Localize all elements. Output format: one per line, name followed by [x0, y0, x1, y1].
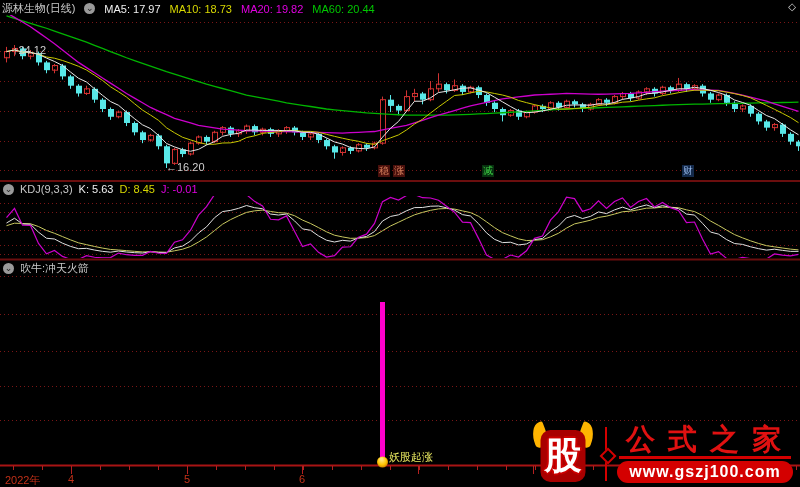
watermark-wen: 稳 [378, 165, 390, 177]
logo-url[interactable]: www.gszj100.com [617, 461, 792, 483]
kdj-title: KDJ(9,3,3) [20, 183, 73, 195]
stock-name: 源林生物(日线) [2, 1, 75, 16]
ma10-label: MA10: 18.73 [170, 3, 232, 15]
bull-logo-icon: 股 [530, 425, 596, 483]
watermark-jian: 减 [482, 165, 494, 177]
kdj-d-value: D: 8.45 [119, 183, 154, 195]
site-logo: 股 公式之家 www.gszj100.com [530, 424, 794, 483]
watermark-zhang: 涨 [393, 165, 405, 177]
signal-label: 妖股起涨 [389, 450, 433, 465]
window-diamond-icon[interactable]: ◇ [788, 1, 796, 12]
diamond-icon [600, 447, 617, 464]
stock-app: 源林生物(日线) ⌄ MA5: 17.97 MA10: 18.73 MA20: … [0, 0, 800, 487]
sub-indicator-title: 吹牛:冲天火箭 [20, 261, 89, 276]
logo-glyph: 股 [541, 430, 586, 482]
chevron-down-icon: ⌄ [86, 4, 94, 13]
date-label-may: 5 [184, 473, 190, 485]
low-annotation: ←16.20 [166, 161, 205, 173]
sub-dropdown-icon[interactable]: ⌄ [3, 263, 14, 274]
logo-underline [619, 456, 791, 459]
chart-canvas[interactable] [0, 0, 800, 487]
kdj-dropdown-icon[interactable]: ⌄ [3, 184, 14, 195]
chevron-down-icon: ⌄ [5, 264, 13, 273]
chevron-down-icon: ⌄ [5, 185, 13, 194]
date-label-year: 2022年 [5, 473, 40, 487]
title-bar: 源林生物(日线) ⌄ MA5: 17.97 MA10: 18.73 MA20: … [2, 1, 375, 16]
logo-divider [600, 427, 612, 481]
kdj-k-value: K: 5.63 [79, 183, 114, 195]
logo-title: 公式之家 [616, 424, 794, 454]
date-label-april: 4 [68, 473, 74, 485]
kdj-header: ⌄ KDJ(9,3,3) K: 5.63 D: 8.45 J: -0.01 [3, 183, 198, 195]
ma5-label: MA5: 17.97 [104, 3, 160, 15]
dropdown-icon[interactable]: ⌄ [84, 3, 95, 14]
date-label-june: 6 [299, 473, 305, 485]
watermark-cai: 财 [682, 165, 694, 177]
high-annotation: ↑24.12 [13, 44, 46, 56]
kdj-j-value: J: -0.01 [161, 183, 198, 195]
ma20-label: MA20: 19.82 [241, 3, 303, 15]
ma60-label: MA60: 20.44 [312, 3, 374, 15]
sub-indicator-header: ⌄ 吹牛:冲天火箭 [3, 261, 89, 276]
arrow-left-icon: ← [166, 161, 177, 173]
